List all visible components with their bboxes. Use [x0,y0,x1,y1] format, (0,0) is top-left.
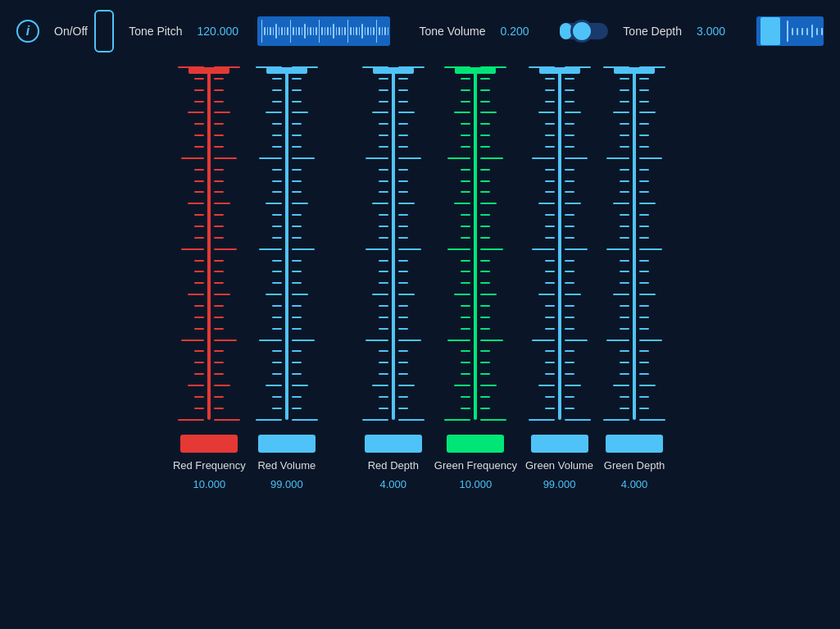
vertical-slider-0[interactable] [176,67,242,453]
tick-left [194,350,204,352]
tick-right [639,328,649,330]
onoff-label: On/Off [54,25,88,38]
tick-left [538,294,555,295]
tick-right [292,237,302,239]
tick-left [545,180,555,182]
slider-value-label: 10.000 [193,478,225,490]
vertical-slider-2[interactable] [361,67,426,453]
slider-handle[interactable] [258,435,316,453]
vertical-slider-4[interactable] [527,67,593,453]
tick-right [639,237,649,239]
vertical-slider-1[interactable] [254,67,320,453]
tick-right [480,317,490,318]
tick-right [398,123,408,125]
tick-right [398,260,408,262]
tick-left [194,134,204,136]
tick-right [565,248,588,250]
vertical-slider-3[interactable] [443,67,508,453]
tick-right [292,89,302,91]
tick-left [461,214,470,216]
tick-right [639,350,649,352]
tick-right [480,271,490,272]
tick-right [214,408,224,409]
tick-left [545,78,555,80]
tick-left [256,419,282,421]
slider-handle[interactable] [606,435,663,453]
tick-right [292,112,308,113]
tone-depth-slider[interactable] [756,16,824,46]
tick-left [362,66,388,68]
volume-handle[interactable] [570,20,593,43]
tick-left [366,157,388,159]
vertical-slider-5[interactable] [602,67,667,453]
tone-volume-slider[interactable] [560,23,608,39]
tick-right [398,180,408,182]
slider-handle[interactable] [180,435,238,453]
tick-left [545,373,555,375]
tick-right [214,260,224,262]
tick-right [398,157,421,159]
tick-left [461,350,470,352]
tick-left [620,237,629,239]
slider-name-label: Red Depth [368,459,419,472]
tick-right [639,419,665,421]
info-icon[interactable]: i [16,20,39,43]
tick-left [272,191,282,193]
tick-left [620,214,629,216]
tick-left [461,101,470,103]
tick-left [194,317,204,318]
tick-left [272,260,282,262]
tick-left [266,294,282,295]
tick-left [194,78,204,80]
tick-right [214,203,230,204]
tick-right [214,271,224,272]
tick-right [480,385,497,386]
tick-left [620,317,629,318]
tick-left [259,248,282,250]
tick-left [366,248,388,250]
tick-left [461,373,470,375]
tick-left [379,226,388,227]
tick-right [214,328,224,330]
slider-handle[interactable] [447,435,504,453]
tick-right [565,203,581,204]
tick-right [565,134,574,136]
slider-handle[interactable] [531,435,588,453]
tick-left [266,112,282,113]
tick-right [480,340,503,341]
slider-group-1: Red Volume99.000 [254,67,320,490]
tick-right [398,362,408,363]
tick-right [480,294,497,295]
onoff-button[interactable] [94,10,114,52]
tick-left [379,317,388,318]
tick-left [272,226,282,227]
tick-right [565,317,574,318]
tick-right [214,214,224,216]
tick-left [178,419,204,421]
tick-right [639,191,649,193]
tick-left [379,101,388,103]
slider-handle[interactable] [365,435,422,453]
tick-left [613,112,629,113]
tick-left [532,340,555,341]
tick-left [545,362,555,363]
tick-right [480,89,490,91]
tick-left [272,271,282,272]
tick-right [398,408,408,409]
tick-right [292,294,308,295]
depth-handle[interactable] [761,17,780,45]
tone-pitch-slider[interactable] [257,16,390,46]
tick-left [620,180,629,182]
tick-right [480,134,490,136]
tick-left [532,157,555,159]
tick-right [292,226,302,227]
tick-left [613,294,629,295]
tick-right [398,248,421,250]
tick-left [272,408,282,409]
pitch-ruler-ticks [257,16,390,46]
tick-right [398,340,421,341]
tick-right [214,146,224,148]
tick-left [194,191,204,193]
tick-right [565,350,574,352]
slider-group-2: Red Depth4.000 [361,67,426,490]
